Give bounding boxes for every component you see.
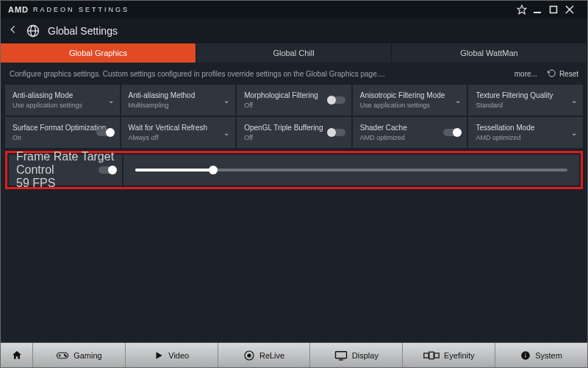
chevron-down-icon: ⌄ [455, 96, 461, 105]
tile-value: Use application settings [360, 102, 460, 110]
nav-video[interactable]: Video [126, 343, 218, 367]
tab-label: Global Graphics [69, 49, 127, 57]
tile-shader-cache[interactable]: Shader Cache AMD optimized [353, 117, 467, 148]
tile-title: Anisotropic Filtering Mode [360, 91, 460, 100]
close-button[interactable] [565, 5, 581, 14]
nav-label: Display [352, 351, 379, 360]
nav-label: Eyefinity [444, 351, 475, 360]
chevron-down-icon: ⌄ [223, 96, 229, 105]
app-window: AMD RADEON SETTINGS Global Settings Glob… [0, 0, 588, 368]
tile-title: Tessellation Mode [476, 124, 576, 132]
tile-wait-vertical-refresh[interactable]: Wait for Vertical Refresh Always off ⌄ [121, 117, 236, 148]
record-icon [243, 350, 255, 361]
settings-row-1: Anti-aliasing Mode Use application setti… [1, 85, 587, 116]
tile-title: Wait for Vertical Refresh [129, 124, 229, 132]
chevron-down-icon: ⌄ [571, 129, 577, 137]
chevron-down-icon: ⌄ [108, 96, 114, 105]
nav-label: ReLive [259, 351, 284, 360]
tabs-row: Global Graphics Global Chill Global Watt… [1, 43, 587, 63]
slider-fill [135, 169, 213, 171]
bookmark-icon[interactable] [517, 4, 533, 15]
svg-rect-19 [429, 352, 434, 358]
toggle-switch[interactable] [96, 129, 114, 136]
svg-point-15 [248, 354, 251, 357]
globe-icon [26, 24, 40, 38]
eyefinity-icon [423, 350, 440, 361]
tile-tessellation-mode[interactable]: Tessellation Mode AMD optimized ⌄ [468, 117, 583, 148]
toggle-switch[interactable] [328, 96, 345, 104]
tile-anti-aliasing-mode[interactable]: Anti-aliasing Mode Use application setti… [5, 85, 120, 116]
reset-button[interactable]: Reset [548, 69, 578, 78]
tab-global-chill[interactable]: Global Chill [196, 43, 392, 63]
maximize-button[interactable] [549, 5, 565, 14]
settings-row-2: Surface Format Optimization On Wait for … [1, 117, 587, 148]
brand-logo: AMD [8, 5, 29, 14]
tile-frame-rate-target[interactable]: Frame Rate Target Control 59 FPS [9, 155, 122, 185]
svg-point-11 [64, 354, 65, 355]
chevron-down-icon: ⌄ [571, 96, 577, 105]
svg-point-12 [65, 355, 67, 357]
reset-label: Reset [559, 70, 578, 78]
nav-label: Gaming [74, 351, 102, 360]
brand-subtitle: RADEON SETTINGS [33, 6, 129, 13]
tile-title: Anti-aliasing Mode [12, 91, 112, 100]
tile-morphological-filtering[interactable]: Morphological Filtering Off [237, 85, 351, 116]
subheader: Configure graphics settings. Custom sett… [1, 63, 587, 85]
nav-label: Video [168, 351, 189, 360]
svg-rect-22 [526, 354, 526, 357]
frame-rate-target-highlight: Frame Rate Target Control 59 FPS [5, 151, 583, 189]
svg-rect-2 [551, 7, 557, 13]
frame-rate-slider-area [123, 155, 579, 185]
minimize-button[interactable] [533, 5, 549, 14]
nav-system[interactable]: System [495, 343, 587, 367]
tile-surface-format-optimization[interactable]: Surface Format Optimization On [5, 117, 120, 148]
nav-gaming[interactable]: Gaming [33, 343, 126, 367]
toggle-switch[interactable] [98, 166, 116, 174]
tile-anisotropic-filtering-mode[interactable]: Anisotropic Filtering Mode Use applicati… [353, 85, 467, 116]
svg-rect-20 [434, 353, 439, 357]
reset-icon [548, 69, 556, 78]
svg-rect-16 [335, 351, 346, 358]
tile-texture-filtering-quality[interactable]: Texture Filtering Quality Standard ⌄ [468, 85, 583, 116]
svg-rect-18 [424, 353, 429, 357]
nav-home[interactable] [1, 343, 33, 367]
nav-label: System [535, 351, 562, 360]
toggle-switch[interactable] [328, 129, 345, 136]
tile-anti-aliasing-method[interactable]: Anti-aliasing Method Multisampling ⌄ [121, 85, 236, 116]
bottom-nav: Gaming Video ReLive Display Eyefinity Sy… [1, 342, 587, 367]
info-icon [520, 350, 531, 361]
tab-label: Global Chill [273, 49, 314, 57]
play-icon [154, 350, 164, 361]
tile-value: Always off [129, 134, 229, 142]
tile-opengl-triple-buffering[interactable]: OpenGL Triple Buffering Off [237, 117, 351, 148]
body-spacer [1, 189, 587, 342]
svg-marker-13 [157, 352, 162, 358]
nav-display[interactable]: Display [310, 343, 403, 367]
page-title: Global Settings [48, 25, 118, 37]
tile-value: Use application settings [12, 102, 112, 110]
home-icon [11, 350, 23, 361]
tile-value: Multisampling [129, 102, 229, 110]
svg-marker-0 [517, 5, 526, 14]
tab-global-graphics[interactable]: Global Graphics [1, 43, 196, 63]
frame-rate-slider[interactable] [135, 169, 567, 171]
svg-rect-23 [526, 353, 526, 353]
tile-value: 59 FPS [16, 177, 115, 190]
tile-title: Texture Filtering Quality [476, 91, 576, 100]
toggle-switch[interactable] [443, 129, 461, 136]
monitor-icon [334, 350, 348, 361]
subheader-text: Configure graphics settings. Custom sett… [10, 70, 385, 78]
back-button[interactable] [8, 24, 18, 38]
nav-eyefinity[interactable]: Eyefinity [403, 343, 495, 367]
gamepad-icon [56, 350, 69, 361]
tile-value: Standard [476, 102, 576, 110]
page-header: Global Settings [1, 18, 587, 43]
tile-value: AMD optimized [476, 134, 576, 142]
nav-relive[interactable]: ReLive [218, 343, 311, 367]
tile-title: Anti-aliasing Method [129, 91, 229, 100]
titlebar: AMD RADEON SETTINGS [1, 1, 587, 18]
more-link[interactable]: more... [514, 70, 537, 78]
tab-label: Global WattMan [460, 49, 517, 57]
tab-global-wattman[interactable]: Global WattMan [392, 43, 587, 63]
slider-knob[interactable] [209, 166, 218, 174]
